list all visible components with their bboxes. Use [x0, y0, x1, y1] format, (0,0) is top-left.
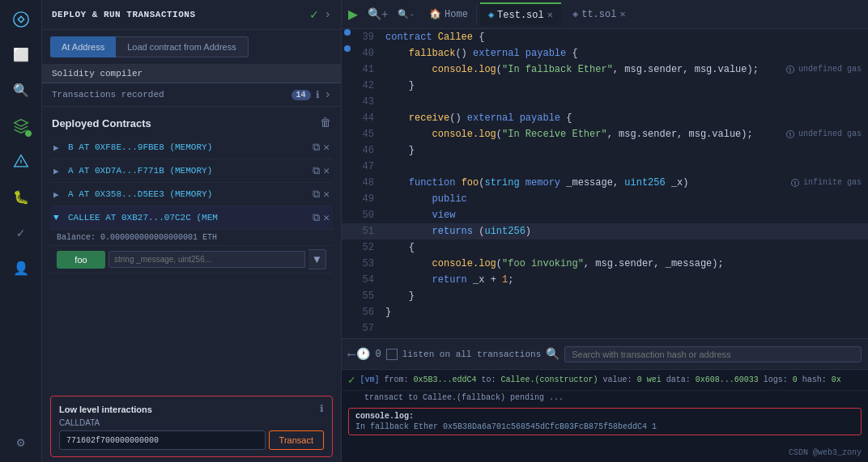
contract-a1-name: A AT 0XD7A...F771B (MEMORY): [68, 166, 309, 176]
foo-row: foo ▼: [50, 246, 333, 273]
sidebar: ⬜ 🔍 🐛 ✓ 👤 ⚙: [0, 0, 42, 462]
code-line-40: 40 fallback() external payable {: [342, 45, 868, 61]
code-line-47: 47: [342, 159, 868, 175]
line-50-num: 50: [353, 207, 382, 223]
arrow-left-icon[interactable]: ⟵: [348, 347, 355, 361]
code-line-41: 41 console.log("In fallback Ether", msg.…: [342, 61, 868, 78]
search-icon-bottom[interactable]: 🔍: [546, 347, 560, 361]
transactions-label: Transactions recorded: [52, 90, 287, 100]
contract-b-chevron[interactable]: ▶: [53, 142, 65, 153]
line-51-num: 51: [353, 223, 382, 239]
tx-search-input[interactable]: [564, 346, 862, 362]
deployed-title: Deployed Contracts: [52, 117, 320, 129]
test-sol-close-icon[interactable]: ✕: [547, 9, 553, 21]
contract-a2-copy-icon[interactable]: ⧉: [313, 189, 320, 201]
tx-count-bottom: 0: [375, 349, 381, 360]
contract-item-a2: ▶ A AT 0X358...D5EE3 (MEMORY) ⧉ ✕: [50, 183, 333, 206]
console-tx-text: [vm] from: 0x5B3...eddC4 to: Callee.(con…: [360, 375, 840, 384]
line-54-content: return _x + 1;: [382, 272, 868, 288]
sidebar-icon-check[interactable]: ✓: [8, 220, 34, 246]
trash-icon[interactable]: 🗑: [320, 117, 331, 129]
ll-title: Low level interactions: [59, 405, 320, 414]
contract-callee-copy-icon[interactable]: ⧉: [313, 212, 320, 224]
ll-info-icon[interactable]: ℹ: [320, 403, 324, 415]
at-address-button[interactable]: At Address: [50, 36, 116, 57]
tab-tt-sol[interactable]: ◈ tt.sol ✕: [564, 3, 634, 25]
tab-test-sol[interactable]: ◈ Test.sol ✕: [480, 2, 561, 26]
line-48-annotation: infinite gas: [790, 175, 868, 191]
line-48-num: 48: [353, 175, 382, 191]
transactions-chevron[interactable]: ›: [325, 88, 331, 101]
contract-a2-chevron[interactable]: ▶: [53, 189, 65, 200]
main-area: ▶ 🔍+ 🔍- 🏠 Home ◈ Test.sol ✕ ◈ tt.sol ✕ 3…: [342, 0, 868, 462]
contract-item-a1: ▶ A AT 0XD7A...F771B (MEMORY) ⧉ ✕: [50, 159, 333, 183]
code-line-46: 46 }: [342, 142, 868, 159]
tt-sol-close-icon[interactable]: ✕: [619, 8, 625, 20]
console-tx-row: ✓ [vm] from: 0x5B3...eddC4 to: Callee.(c…: [342, 370, 868, 391]
console-pending-text: transact to Callee.(fallback) pending ..…: [342, 391, 868, 405]
sidebar-icon-plugin[interactable]: [8, 6, 34, 32]
contract-a1-copy-icon[interactable]: ⧉: [313, 165, 320, 177]
contract-callee-close-icon[interactable]: ✕: [323, 211, 330, 224]
code-line-49: 49 public: [342, 191, 868, 207]
chevron-right-icon: ›: [325, 8, 331, 21]
ll-header: Low level interactions ℹ: [59, 403, 324, 415]
info-icon[interactable]: ℹ: [316, 89, 320, 101]
line-50-content: view: [382, 207, 868, 223]
zoom-in-icon[interactable]: 🔍+: [364, 6, 391, 23]
transact-button[interactable]: Transact: [269, 430, 324, 450]
line-53-num: 53: [353, 256, 382, 272]
line-49-content: public: [382, 191, 868, 207]
nav-arrows[interactable]: ⟵ 🕐: [348, 347, 370, 361]
contract-item-b: ▶ B AT 0XF8E...9FBE8 (MEMORY) ⧉ ✕: [50, 136, 333, 159]
sidebar-icon-debug[interactable]: 🐛: [8, 184, 34, 210]
code-line-39: 39 contract Callee {: [342, 29, 868, 45]
contract-a1-chevron[interactable]: ▶: [53, 166, 65, 176]
line-52-num: 52: [353, 239, 382, 256]
sidebar-icon-search[interactable]: 🔍: [8, 78, 34, 104]
line-39-content: contract Callee {: [382, 29, 868, 45]
zoom-out-icon[interactable]: 🔍-: [394, 7, 418, 21]
contract-a2-close-icon[interactable]: ✕: [323, 188, 330, 201]
transactions-row: Transactions recorded 14 ℹ ›: [42, 83, 341, 107]
code-line-48: 48 function foo(string memory _message, …: [342, 175, 868, 191]
line-45-content: console.log("In Receive Ether", msg.send…: [382, 126, 785, 142]
sidebar-icon-compile[interactable]: [8, 113, 34, 139]
sidebar-icon-deploy[interactable]: [8, 149, 34, 175]
contract-b-close-icon[interactable]: ✕: [323, 141, 330, 154]
check-icon: ✓: [310, 6, 318, 23]
bottom-bar: ⟵ 🕐 0 listen on all transactions 🔍: [342, 338, 868, 369]
contract-b-name: B AT 0XF8E...9FBE8 (MEMORY): [68, 142, 309, 152]
line-52-content: {: [382, 239, 868, 256]
foo-input[interactable]: [108, 251, 305, 268]
line-39-num: 39: [353, 29, 382, 45]
code-line-50: 50 view: [342, 207, 868, 223]
sidebar-icon-person[interactable]: 👤: [8, 256, 34, 282]
tab-bar: ▶ 🔍+ 🔍- 🏠 Home ◈ Test.sol ✕ ◈ tt.sol ✕: [342, 0, 868, 29]
foo-button[interactable]: foo: [57, 251, 105, 269]
sidebar-icon-files[interactable]: ⬜: [8, 42, 34, 68]
test-sol-icon: ◈: [488, 9, 494, 21]
contract-b-copy-icon[interactable]: ⧉: [313, 142, 320, 154]
code-line-44: 44 receive() external payable {: [342, 110, 868, 126]
line-55-num: 55: [353, 288, 382, 304]
contract-callee-chevron[interactable]: ▼: [53, 213, 65, 223]
code-lines: 39 contract Callee { 40 fallback() exter…: [342, 29, 868, 337]
deployed-header: Deployed Contracts 🗑: [50, 113, 333, 136]
code-line-54: 54 return _x + 1;: [342, 272, 868, 288]
listen-checkbox[interactable]: [386, 349, 398, 360]
line-46-content: }: [382, 142, 868, 159]
code-line-42: 42 }: [342, 78, 868, 94]
balance-label: Balance: 0.000000000000000001 ETH: [57, 233, 217, 242]
contract-a1-close-icon[interactable]: ✕: [323, 164, 330, 177]
line-40-dot: [342, 45, 353, 52]
calldata-input[interactable]: [59, 430, 266, 450]
clock-icon: 🕐: [356, 347, 370, 361]
tab-home[interactable]: 🏠 Home: [421, 3, 477, 25]
load-contract-button[interactable]: Load contract from Address: [116, 36, 249, 57]
line-40-content: fallback() external payable {: [382, 45, 868, 61]
sidebar-icon-settings[interactable]: ⚙: [8, 430, 34, 456]
code-line-57: 57: [342, 320, 868, 337]
run-button[interactable]: ▶: [348, 4, 358, 24]
foo-dropdown-button[interactable]: ▼: [308, 249, 326, 269]
